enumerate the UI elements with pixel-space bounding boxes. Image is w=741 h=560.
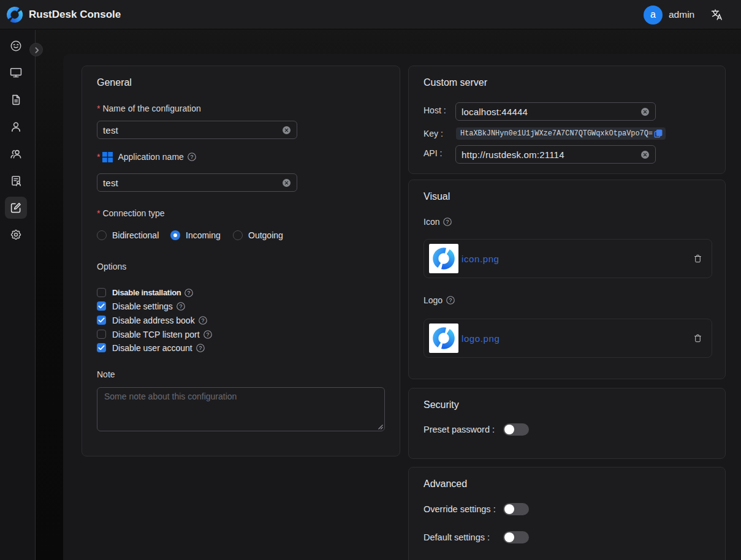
svg-text:?: ? xyxy=(206,331,209,338)
svg-text:?: ? xyxy=(201,317,204,324)
svg-text:?: ? xyxy=(190,154,193,160)
svg-text:?: ? xyxy=(199,345,202,351)
svg-text:?: ? xyxy=(188,290,191,296)
svg-text:?: ? xyxy=(449,297,452,303)
svg-text:?: ? xyxy=(179,303,182,309)
svg-text:?: ? xyxy=(446,219,449,225)
